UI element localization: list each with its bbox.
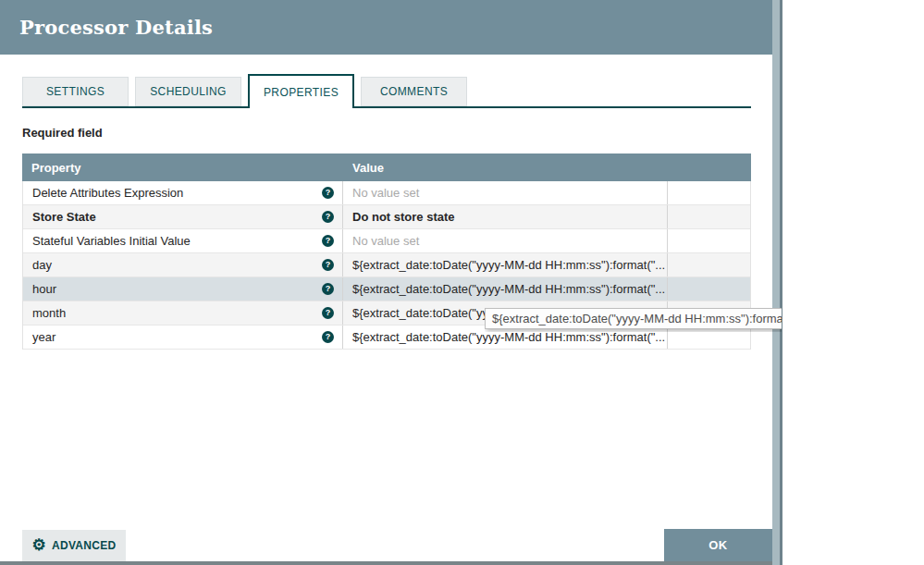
advanced-button-label: ADVANCED bbox=[52, 539, 117, 552]
help-icon[interactable]: ? bbox=[322, 283, 334, 295]
property-row-hour: hour?${extract_date:toDate("yyyy-MM-dd H… bbox=[23, 277, 750, 301]
processor-details-dialog: Processor Details SETTINGSSCHEDULINGPROP… bbox=[0, 0, 772, 561]
help-icon[interactable]: ? bbox=[322, 307, 334, 319]
property-name: Stateful Variables Initial Value bbox=[32, 234, 191, 248]
property-name-cell: day? bbox=[23, 253, 343, 276]
property-name-cell: Store State? bbox=[23, 205, 343, 228]
help-icon[interactable]: ? bbox=[322, 259, 334, 271]
property-row-day: day?${extract_date:toDate("yyyy-MM-dd HH… bbox=[23, 253, 750, 277]
property-name: year bbox=[32, 330, 55, 344]
column-header-value: Value bbox=[343, 161, 668, 175]
column-header-property: Property bbox=[22, 161, 343, 175]
property-name: month bbox=[32, 306, 66, 320]
property-name: Store State bbox=[32, 210, 96, 224]
advanced-button[interactable]: ⚙ ADVANCED bbox=[22, 530, 126, 561]
property-name-cell: Delete Attributes Expression? bbox=[23, 181, 343, 204]
property-name-cell: Stateful Variables Initial Value? bbox=[23, 229, 343, 252]
property-name-cell: year? bbox=[23, 325, 343, 349]
property-row-stateful-variables-initial-value: Stateful Variables Initial Value?No valu… bbox=[23, 229, 750, 253]
property-value-cell: ${extract_date:toDate("yyyy-MM-dd HH:mm:… bbox=[343, 277, 668, 301]
property-value-cell: ${extract_date:toDate("yyyy-MM-dd HH:mm:… bbox=[343, 253, 668, 276]
help-icon[interactable]: ? bbox=[322, 187, 334, 199]
tab-bar: SETTINGSSCHEDULINGPROPERTIESCOMMENTS bbox=[22, 76, 751, 108]
property-name-cell: hour? bbox=[23, 277, 343, 301]
value-tooltip: ${extract_date:toDate("yyyy-MM-dd HH:mm:… bbox=[485, 308, 782, 332]
screen: Processor Details SETTINGSSCHEDULINGPROP… bbox=[0, 0, 924, 565]
property-row-delete-attributes-expression: Delete Attributes Expression?No value se… bbox=[23, 181, 750, 205]
value-tooltip-text: ${extract_date:toDate("yyyy-MM-dd HH:mm:… bbox=[485, 308, 782, 329]
table-header-row: Property Value bbox=[22, 154, 751, 181]
tab-settings[interactable]: SETTINGS bbox=[22, 77, 129, 106]
empty-cell bbox=[668, 229, 750, 252]
tab-scheduling[interactable]: SCHEDULING bbox=[135, 77, 241, 106]
property-name: hour bbox=[32, 282, 56, 296]
dialog-header: Processor Details bbox=[0, 0, 772, 55]
property-row-store-state: Store State?Do not store state bbox=[23, 205, 750, 229]
required-field-label: Required field bbox=[22, 126, 103, 140]
background-canvas-strip bbox=[772, 0, 782, 565]
empty-cell bbox=[668, 277, 750, 301]
help-icon[interactable]: ? bbox=[322, 211, 334, 223]
tab-comments[interactable]: COMMENTS bbox=[361, 77, 467, 106]
property-name: day bbox=[32, 258, 52, 272]
empty-cell bbox=[668, 181, 750, 204]
tab-properties[interactable]: PROPERTIES bbox=[248, 74, 354, 108]
empty-cell bbox=[668, 205, 750, 228]
empty-cell bbox=[668, 253, 750, 276]
help-icon[interactable]: ? bbox=[322, 331, 334, 343]
property-name: Delete Attributes Expression bbox=[32, 186, 183, 200]
property-value-cell: Do not store state bbox=[343, 205, 668, 228]
background-bottom-strip bbox=[0, 561, 782, 565]
property-value-cell: No value set bbox=[343, 229, 668, 252]
help-icon[interactable]: ? bbox=[322, 235, 334, 247]
property-name-cell: month? bbox=[23, 301, 343, 325]
gear-icon: ⚙ bbox=[31, 537, 46, 553]
ok-button[interactable]: OK bbox=[664, 529, 772, 561]
property-value-cell: No value set bbox=[343, 181, 668, 204]
dialog-title: Processor Details bbox=[19, 16, 213, 39]
